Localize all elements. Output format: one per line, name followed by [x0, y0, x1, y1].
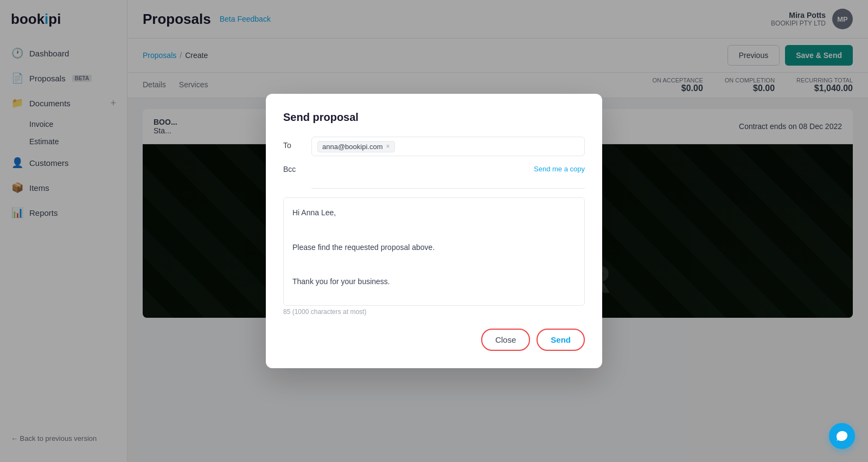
to-field-row: To anna@bookipi.com × — [283, 137, 585, 156]
bcc-right: Send me a copy — [311, 165, 585, 189]
bcc-label: Bcc — [283, 165, 303, 174]
email-address: anna@bookipi.com — [322, 143, 382, 151]
modal-title: Send proposal — [283, 111, 585, 124]
close-button[interactable]: Close — [481, 329, 530, 351]
to-email-field[interactable]: anna@bookipi.com × — [311, 137, 585, 156]
message-line-1: Hi Anna Lee, — [292, 207, 576, 220]
email-tag: anna@bookipi.com × — [317, 141, 395, 152]
send-me-copy-link[interactable]: Send me a copy — [311, 165, 585, 173]
message-line-5: Thank you for your business. — [292, 275, 576, 288]
remove-email-button[interactable]: × — [386, 143, 390, 150]
message-line-4 — [292, 258, 576, 271]
bcc-input[interactable] — [311, 175, 585, 189]
to-label: To — [283, 137, 303, 150]
chat-button[interactable] — [829, 423, 855, 449]
message-line-3: Please find the requested proposal above… — [292, 241, 576, 254]
send-button[interactable]: Send — [537, 329, 585, 351]
send-proposal-modal: Send proposal To anna@bookipi.com × Bcc … — [266, 94, 602, 368]
modal-overlay[interactable]: Send proposal To anna@bookipi.com × Bcc … — [0, 0, 868, 462]
bcc-field-row: Bcc Send me a copy — [283, 165, 585, 189]
message-textarea[interactable]: Hi Anna Lee, Please find the requested p… — [283, 197, 585, 306]
message-line-2 — [292, 224, 576, 237]
modal-actions: Close Send — [283, 329, 585, 351]
char-count: 85 (1000 characters at most) — [283, 308, 585, 316]
